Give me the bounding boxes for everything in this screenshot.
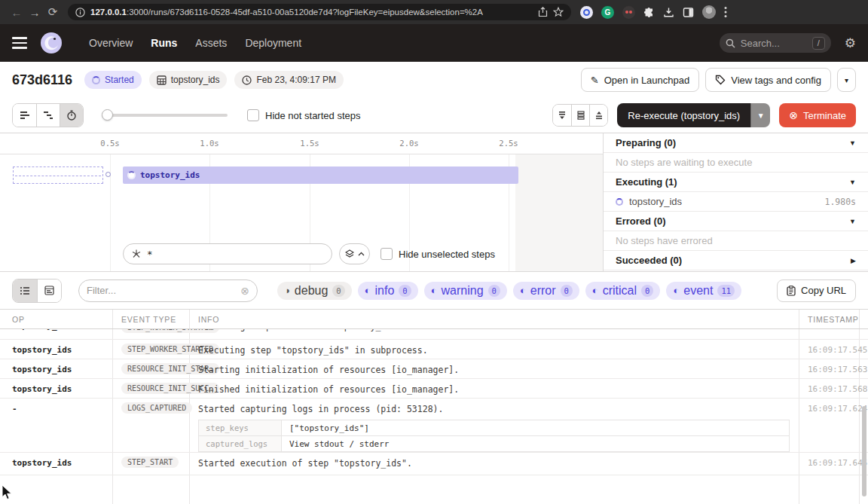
gantt-future-band bbox=[515, 154, 603, 272]
hide-unselected-label[interactable]: Hide unselected steps bbox=[399, 249, 495, 260]
terminate-button[interactable]: ⊗ Terminate bbox=[779, 103, 856, 127]
chevron-down-icon: ▼ bbox=[849, 218, 856, 225]
forward-icon[interactable]: → bbox=[26, 6, 44, 19]
level-count: 0 bbox=[561, 285, 573, 297]
panel-section-errored[interactable]: Errored (0) ▼ bbox=[604, 212, 868, 231]
gantt-step-bar[interactable]: topstory_ids bbox=[123, 166, 518, 184]
log-structured-view-icon[interactable] bbox=[37, 279, 61, 302]
timed-view-icon[interactable] bbox=[60, 104, 83, 127]
level-toggle-event[interactable]: ◐ event 11 bbox=[666, 282, 741, 300]
log-row[interactable]: topstory_ids STEP_START Started executio… bbox=[0, 453, 868, 475]
log-row[interactable]: topstory_ids STEP_WORKER_STARTED Executi… bbox=[0, 340, 868, 359]
run-actions-dropdown-button[interactable]: ▾ bbox=[837, 68, 856, 92]
log-scrollbar-thumb[interactable] bbox=[862, 406, 866, 496]
step-duration: 1.980s bbox=[824, 197, 856, 207]
search-shortcut-key: / bbox=[812, 37, 825, 50]
level-toggle-debug[interactable]: ◑ debug 0 bbox=[277, 282, 352, 300]
level-toggle-critical[interactable]: ◐ critical 0 bbox=[585, 282, 661, 300]
view-tags-config-button[interactable]: View tags and config bbox=[705, 68, 831, 92]
panel-step-row[interactable]: topstory_ids 1.980s bbox=[604, 192, 868, 212]
run-id: 673d6116 bbox=[12, 72, 72, 88]
extension-icon-2[interactable]: G bbox=[601, 6, 614, 19]
zoom-slider[interactable] bbox=[103, 114, 228, 117]
browser-menu-icon[interactable] bbox=[724, 6, 727, 18]
log-row[interactable]: topstory_ids RESOURCE_INIT_SUCC… Finishe… bbox=[0, 379, 868, 399]
flat-view-icon[interactable] bbox=[13, 104, 36, 127]
nav-item-overview[interactable]: Overview bbox=[89, 37, 133, 49]
level-toggle-info[interactable]: ◐ info 0 bbox=[358, 282, 418, 300]
step-spinner-icon bbox=[616, 198, 623, 206]
tag-icon bbox=[715, 75, 726, 85]
hide-not-started-label[interactable]: Hide not started steps bbox=[265, 110, 360, 121]
sidebar-toggle-icon[interactable] bbox=[683, 7, 694, 18]
rows-icon[interactable] bbox=[571, 105, 589, 126]
step-query-input[interactable] bbox=[147, 249, 324, 260]
column-header-timestamp: TIMESTAMP bbox=[808, 315, 859, 324]
gantt-collapse-group bbox=[552, 104, 608, 127]
column-header-op: OP bbox=[12, 315, 25, 324]
hamburger-menu-icon[interactable] bbox=[12, 37, 27, 49]
collapse-up-icon[interactable] bbox=[589, 105, 607, 126]
clock-icon bbox=[242, 75, 252, 85]
level-toggle-error[interactable]: ◐ error 0 bbox=[513, 282, 579, 300]
view-stdout-stderr-link[interactable]: View stdout / stderr bbox=[282, 436, 789, 451]
downloads-icon[interactable] bbox=[663, 7, 674, 18]
clear-filter-icon[interactable]: ⊗ bbox=[240, 285, 249, 297]
nav-item-runs[interactable]: Runs bbox=[151, 37, 177, 49]
hide-unselected-checkbox[interactable] bbox=[381, 248, 393, 260]
layers-icon bbox=[345, 249, 354, 258]
log-list-view-icon[interactable] bbox=[13, 279, 37, 302]
profile-avatar[interactable] bbox=[702, 5, 716, 19]
log-filter-input[interactable] bbox=[87, 285, 240, 296]
toggle-on-icon: ◐ bbox=[431, 286, 437, 295]
site-info-icon[interactable] bbox=[75, 8, 85, 17]
clipboard-icon bbox=[787, 286, 796, 296]
url-bar[interactable]: 127.0.0.1:3000/runs/673d6116-0528-45df-a… bbox=[68, 4, 571, 20]
global-search-input[interactable]: Search... / bbox=[720, 33, 831, 53]
back-icon[interactable]: ← bbox=[8, 6, 26, 19]
run-main-area: 0.5s 1.0s 1.5s 2.0s 2.5s topstory_ids bbox=[0, 133, 868, 271]
collapse-down-icon[interactable] bbox=[553, 105, 571, 126]
reexecute-dropdown-icon[interactable]: ▼ bbox=[750, 103, 770, 127]
run-target-tag[interactable]: topstory_ids bbox=[149, 71, 228, 89]
log-row-clipped[interactable]: topstory_ids STEP_WORKER_STARTI… Launchi… bbox=[0, 329, 868, 340]
panel-section-preparing[interactable]: Preparing (0) ▼ bbox=[604, 133, 868, 153]
zoom-slider-knob[interactable] bbox=[102, 109, 113, 121]
copy-url-button[interactable]: Copy URL bbox=[777, 279, 856, 302]
extensions-puzzle-icon[interactable] bbox=[643, 7, 655, 18]
hide-not-started-checkbox[interactable] bbox=[247, 109, 259, 121]
toggle-on-icon: ◐ bbox=[365, 286, 371, 295]
log-view-mode-group bbox=[12, 279, 62, 303]
column-header-info: INFO bbox=[198, 315, 219, 324]
bookmark-star-icon[interactable] bbox=[553, 7, 564, 17]
reexecute-split-button: Re-execute (topstory_ids) ▼ bbox=[617, 103, 770, 127]
extension-icon-1[interactable] bbox=[580, 6, 593, 19]
reexecute-button[interactable]: Re-execute (topstory_ids) bbox=[617, 103, 750, 127]
log-row[interactable]: topstory_ids RESOURCE_INIT_STAR… Startin… bbox=[0, 359, 868, 379]
graph-query-toggle-button[interactable] bbox=[339, 243, 370, 264]
log-row-logs-captured[interactable]: - LOGS_CAPTURED Started capturing logs i… bbox=[0, 399, 868, 453]
panel-section-succeeded[interactable]: Succeeded (0) ▶ bbox=[604, 251, 868, 270]
panel-section-executing[interactable]: Executing (1) ▼ bbox=[604, 173, 868, 192]
url-text: 127.0.0.1:3000/runs/673d6116-0528-45df-a… bbox=[90, 8, 483, 17]
running-spinner-icon bbox=[92, 76, 100, 84]
nav-item-deployment[interactable]: Deployment bbox=[245, 37, 301, 49]
level-count: 0 bbox=[488, 285, 500, 297]
gantt-chart: 0.5s 1.0s 1.5s 2.0s 2.5s topstory_ids bbox=[0, 133, 603, 272]
level-toggle-warning[interactable]: ◐ warning 0 bbox=[424, 282, 507, 300]
reload-icon[interactable]: ⟳ bbox=[44, 5, 62, 19]
share-icon[interactable] bbox=[538, 7, 548, 17]
level-count: 11 bbox=[717, 285, 735, 297]
extension-icon-3[interactable] bbox=[622, 6, 635, 19]
waterfall-view-icon[interactable] bbox=[36, 104, 60, 127]
open-in-launchpad-button[interactable]: ✎ Open in Launchpad bbox=[581, 68, 699, 92]
logs-toolbar: ⊗ ◑ debug 0 ◐ info 0 ◐ warning 0 ◐ error… bbox=[0, 271, 868, 309]
app-nav: Overview Runs Assets Deployment Search..… bbox=[0, 24, 868, 62]
level-count: 0 bbox=[399, 285, 411, 297]
nav-item-assets[interactable]: Assets bbox=[195, 37, 227, 49]
settings-gear-icon[interactable]: ⚙ bbox=[845, 35, 856, 51]
gantt-pending-box bbox=[13, 166, 103, 184]
metadata-row: captured_logs View stdout / stderr bbox=[199, 436, 789, 452]
dagster-logo[interactable] bbox=[39, 31, 63, 55]
run-header: 673d6116 Started topstory_ids Feb 23, 4:… bbox=[0, 62, 868, 98]
